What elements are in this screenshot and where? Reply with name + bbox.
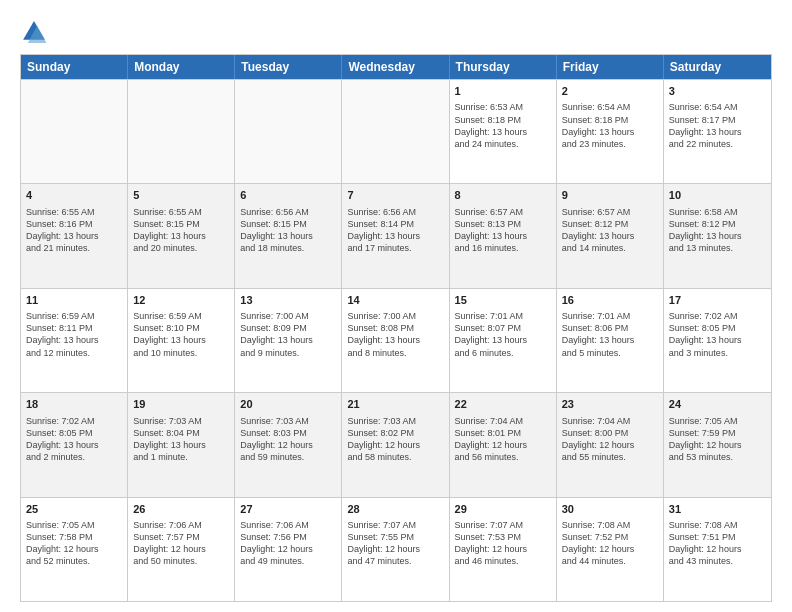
- cell-line: Daylight: 13 hours: [562, 334, 658, 346]
- cell-line: Daylight: 12 hours: [669, 543, 766, 555]
- day-number: 20: [240, 397, 336, 412]
- cell-line: Sunrise: 7:04 AM: [562, 415, 658, 427]
- cell-line: Daylight: 12 hours: [347, 439, 443, 451]
- calendar-cell: 21Sunrise: 7:03 AMSunset: 8:02 PMDayligh…: [342, 393, 449, 496]
- cell-line: Sunrise: 7:07 AM: [455, 519, 551, 531]
- cell-line: Daylight: 12 hours: [669, 439, 766, 451]
- cell-line: and 55 minutes.: [562, 451, 658, 463]
- cell-line: and 50 minutes.: [133, 555, 229, 567]
- calendar-cell: 10Sunrise: 6:58 AMSunset: 8:12 PMDayligh…: [664, 184, 771, 287]
- day-number: 26: [133, 502, 229, 517]
- cell-line: Sunset: 7:52 PM: [562, 531, 658, 543]
- cell-line: Sunrise: 7:05 AM: [26, 519, 122, 531]
- cell-line: Sunrise: 6:56 AM: [240, 206, 336, 218]
- cell-line: Sunset: 8:04 PM: [133, 427, 229, 439]
- cell-line: Sunrise: 6:54 AM: [669, 101, 766, 113]
- cell-line: Sunset: 7:53 PM: [455, 531, 551, 543]
- cell-line: and 53 minutes.: [669, 451, 766, 463]
- cell-line: and 8 minutes.: [347, 347, 443, 359]
- cell-line: and 6 minutes.: [455, 347, 551, 359]
- calendar-cell: [128, 80, 235, 183]
- day-number: 23: [562, 397, 658, 412]
- day-number: 28: [347, 502, 443, 517]
- cell-line: and 49 minutes.: [240, 555, 336, 567]
- calendar-cell: 9Sunrise: 6:57 AMSunset: 8:12 PMDaylight…: [557, 184, 664, 287]
- day-number: 19: [133, 397, 229, 412]
- cell-line: Daylight: 13 hours: [455, 126, 551, 138]
- calendar-cell: 14Sunrise: 7:00 AMSunset: 8:08 PMDayligh…: [342, 289, 449, 392]
- cell-line: Sunrise: 7:07 AM: [347, 519, 443, 531]
- cell-line: Daylight: 13 hours: [669, 334, 766, 346]
- calendar-cell: 17Sunrise: 7:02 AMSunset: 8:05 PMDayligh…: [664, 289, 771, 392]
- cell-line: Sunrise: 7:06 AM: [133, 519, 229, 531]
- cell-line: Sunrise: 7:08 AM: [562, 519, 658, 531]
- cell-line: Daylight: 13 hours: [347, 230, 443, 242]
- calendar-cell: 11Sunrise: 6:59 AMSunset: 8:11 PMDayligh…: [21, 289, 128, 392]
- cell-line: Daylight: 13 hours: [133, 334, 229, 346]
- cell-line: Sunset: 8:02 PM: [347, 427, 443, 439]
- cell-line: Sunset: 8:09 PM: [240, 322, 336, 334]
- calendar-cell: 1Sunrise: 6:53 AMSunset: 8:18 PMDaylight…: [450, 80, 557, 183]
- calendar-cell: 25Sunrise: 7:05 AMSunset: 7:58 PMDayligh…: [21, 498, 128, 601]
- cell-line: Sunrise: 7:00 AM: [347, 310, 443, 322]
- cell-line: Sunrise: 7:08 AM: [669, 519, 766, 531]
- cell-line: Daylight: 13 hours: [240, 230, 336, 242]
- day-number: 8: [455, 188, 551, 203]
- calendar-header-cell: Monday: [128, 55, 235, 79]
- cell-line: Daylight: 13 hours: [240, 334, 336, 346]
- cell-line: and 21 minutes.: [26, 242, 122, 254]
- cell-line: Daylight: 13 hours: [26, 439, 122, 451]
- day-number: 14: [347, 293, 443, 308]
- cell-line: and 46 minutes.: [455, 555, 551, 567]
- calendar-header-cell: Friday: [557, 55, 664, 79]
- calendar-cell: 15Sunrise: 7:01 AMSunset: 8:07 PMDayligh…: [450, 289, 557, 392]
- calendar-cell: 30Sunrise: 7:08 AMSunset: 7:52 PMDayligh…: [557, 498, 664, 601]
- day-number: 16: [562, 293, 658, 308]
- cell-line: Sunset: 8:05 PM: [669, 322, 766, 334]
- cell-line: and 2 minutes.: [26, 451, 122, 463]
- cell-line: Daylight: 13 hours: [455, 230, 551, 242]
- day-number: 4: [26, 188, 122, 203]
- cell-line: Sunset: 8:11 PM: [26, 322, 122, 334]
- cell-line: Sunset: 8:01 PM: [455, 427, 551, 439]
- cell-line: Sunrise: 7:00 AM: [240, 310, 336, 322]
- cell-line: Sunrise: 6:55 AM: [133, 206, 229, 218]
- day-number: 21: [347, 397, 443, 412]
- calendar-header-cell: Tuesday: [235, 55, 342, 79]
- cell-line: and 59 minutes.: [240, 451, 336, 463]
- calendar-cell: 7Sunrise: 6:56 AMSunset: 8:14 PMDaylight…: [342, 184, 449, 287]
- calendar-header-cell: Sunday: [21, 55, 128, 79]
- day-number: 13: [240, 293, 336, 308]
- day-number: 31: [669, 502, 766, 517]
- calendar-row: 18Sunrise: 7:02 AMSunset: 8:05 PMDayligh…: [21, 392, 771, 496]
- logo: [20, 18, 52, 46]
- calendar-cell: 18Sunrise: 7:02 AMSunset: 8:05 PMDayligh…: [21, 393, 128, 496]
- cell-line: and 44 minutes.: [562, 555, 658, 567]
- cell-line: Sunset: 8:03 PM: [240, 427, 336, 439]
- day-number: 15: [455, 293, 551, 308]
- cell-line: and 13 minutes.: [669, 242, 766, 254]
- cell-line: Daylight: 12 hours: [26, 543, 122, 555]
- cell-line: Sunrise: 6:58 AM: [669, 206, 766, 218]
- calendar-cell: 19Sunrise: 7:03 AMSunset: 8:04 PMDayligh…: [128, 393, 235, 496]
- cell-line: Sunset: 7:59 PM: [669, 427, 766, 439]
- calendar-cell: 27Sunrise: 7:06 AMSunset: 7:56 PMDayligh…: [235, 498, 342, 601]
- cell-line: Sunrise: 6:56 AM: [347, 206, 443, 218]
- cell-line: Daylight: 13 hours: [562, 230, 658, 242]
- day-number: 9: [562, 188, 658, 203]
- cell-line: Sunrise: 7:04 AM: [455, 415, 551, 427]
- cell-line: Sunset: 8:14 PM: [347, 218, 443, 230]
- cell-line: Daylight: 13 hours: [133, 230, 229, 242]
- calendar-cell: [21, 80, 128, 183]
- cell-line: Daylight: 12 hours: [455, 543, 551, 555]
- cell-line: and 23 minutes.: [562, 138, 658, 150]
- cell-line: and 20 minutes.: [133, 242, 229, 254]
- cell-line: Sunrise: 7:02 AM: [669, 310, 766, 322]
- day-number: 22: [455, 397, 551, 412]
- logo-icon: [20, 18, 48, 46]
- cell-line: Sunset: 8:17 PM: [669, 114, 766, 126]
- calendar-header-cell: Wednesday: [342, 55, 449, 79]
- cell-line: and 16 minutes.: [455, 242, 551, 254]
- day-number: 17: [669, 293, 766, 308]
- day-number: 10: [669, 188, 766, 203]
